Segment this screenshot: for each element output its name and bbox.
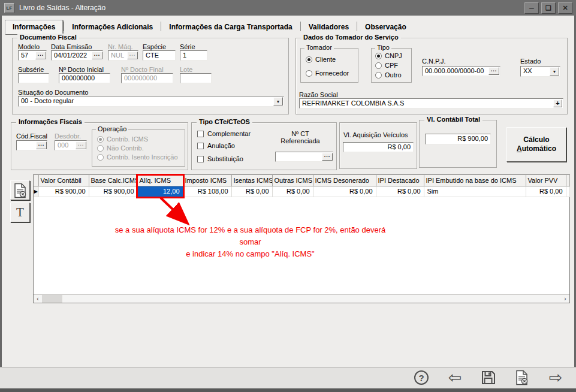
bottom-toolbar: ? ⇦ (0, 367, 576, 388)
scroll-right-icon[interactable]: › (561, 295, 569, 303)
checkbox-icon (197, 143, 204, 149)
annotation-text: se a sua alíquota ICMS for 12% e a sua a… (105, 224, 396, 260)
col-aliq-icms[interactable]: Alíq. ICMS (137, 175, 183, 186)
checkbox-icon (197, 156, 204, 162)
group-title: Informações Fiscais (16, 118, 85, 125)
checkbox-label: Anulação (207, 142, 235, 149)
checkbox-icon (197, 131, 204, 137)
cell-imposto-icms[interactable]: R$ 108,00 (183, 186, 231, 197)
aquisicao-label: Vl. Aquisição Veículos (343, 131, 408, 138)
calc-button-line1: Cálculo (523, 135, 549, 144)
estado-value: XX (523, 67, 532, 74)
docto-final-field: 000000000 (121, 73, 173, 83)
cnpj-lookup-button[interactable]: ... (488, 67, 499, 75)
subgroup-operacao: Operação Contrib. ICMS Não Contrib. Cont… (92, 129, 185, 167)
row-marker-icon: ▶ (34, 186, 38, 197)
radio-icon (375, 62, 382, 69)
cell-ipi-embutido[interactable]: Sim (424, 186, 526, 197)
subserie-field[interactable] (18, 73, 49, 83)
col-valor-pvv[interactable]: Valor PVV (526, 175, 566, 186)
radio-icon (375, 72, 382, 79)
radio-cpf[interactable]: CPF (375, 62, 398, 69)
tab-observacao[interactable]: Observação (358, 20, 414, 34)
nct-lookup-button[interactable]: ... (322, 153, 333, 161)
tab-divider (357, 22, 357, 31)
docto-inicial-field[interactable]: 000000000 (59, 73, 110, 83)
modelo-lookup-button[interactable]: ... (35, 52, 46, 59)
cell-isentas-icms[interactable]: R$ 0,00 (231, 186, 272, 197)
radio-cnpj[interactable]: CNPJ (375, 52, 402, 59)
col-ipi-destacado[interactable]: IPI Destacado (376, 175, 424, 186)
previous-record-button[interactable]: ⇦ (447, 369, 463, 386)
aquisicao-field[interactable]: R$ 0,00 (343, 142, 414, 152)
tab-informacoes-carga[interactable]: Informações da Carga Transportada (162, 20, 299, 34)
cod-fiscal-lookup-button[interactable]: ... (36, 141, 47, 149)
col-imposto-icms[interactable]: Imposto ICMS (183, 175, 231, 186)
checkbox-substituicao[interactable]: Substituição (197, 155, 243, 162)
radio-label: Contrib. ICMS (107, 135, 148, 143)
tab-validadores[interactable]: Validadores (301, 20, 356, 34)
checkbox-complementar[interactable]: Complementar (197, 130, 251, 137)
save-button[interactable] (480, 369, 497, 386)
app-icon: LF (4, 3, 14, 13)
chevron-down-icon[interactable]: ▼ (550, 67, 559, 76)
horizontal-scrollbar[interactable]: ‹ › (34, 294, 569, 303)
cell-aliq-icms[interactable]: 12,00 (137, 186, 183, 197)
especie-label: Espécie (143, 43, 166, 50)
col-base-calc-icms[interactable]: Base Calc.ICMS (89, 175, 137, 186)
radio-icon (306, 56, 312, 63)
document-cancel-button[interactable] (10, 180, 30, 200)
table-row[interactable]: ▶ R$ 900,00 R$ 900,00 12,00 R$ 108,00 R$… (34, 186, 569, 197)
plus-icon[interactable]: + (553, 99, 562, 107)
help-button[interactable]: ? (413, 369, 430, 386)
razao-social-field[interactable]: REFRIMARKET COLOMBIA S.A.S + (299, 98, 563, 108)
close-button[interactable]: ✕ (558, 2, 572, 14)
cell-valor-contabil[interactable]: R$ 900,00 (38, 186, 89, 197)
cell-icms-desonerado[interactable]: R$ 0,00 (313, 186, 376, 197)
radio-label: CNPJ (385, 52, 402, 59)
serie-field[interactable]: 1 (180, 50, 207, 61)
radio-icon (375, 53, 382, 59)
lote-label: Lote (180, 66, 192, 73)
radio-label: Cliente (315, 56, 336, 63)
scroll-left-icon[interactable]: ‹ (34, 295, 42, 303)
radio-outro[interactable]: Outro (375, 71, 402, 79)
cell-ipi-destacado[interactable]: R$ 0,00 (376, 186, 424, 197)
calculo-automatico-button[interactable]: Cálculo Automático (506, 127, 566, 162)
cell-valor-pvv[interactable]: R$ 0,00 (526, 186, 566, 197)
radio-label: Fornecedor (315, 70, 349, 77)
grid-corner (34, 175, 38, 186)
radio-fornecedor[interactable]: Fornecedor (306, 70, 349, 77)
tab-divider (64, 22, 64, 31)
data-emissao-calendar-button[interactable]: ... (92, 52, 102, 59)
col-valor-contabil[interactable]: Valor Contábil (38, 175, 89, 186)
tab-informacoes[interactable]: Informações (5, 20, 63, 34)
subgroup-title: Tipo (375, 44, 391, 51)
cell-outras-icms[interactable]: R$ 0,00 (272, 186, 313, 197)
col-isentas-icms[interactable]: Isentas ICMS (231, 175, 272, 186)
next-record-button[interactable]: ⇨ (547, 369, 564, 386)
especie-field[interactable]: CTE (143, 50, 176, 61)
contabil-total-field[interactable]: R$ 900,00 (425, 134, 491, 144)
app-window: LF Livro de Saídas - Alteração ─ ❏ ✕ Inf… (0, 0, 576, 392)
tab-bar: Informações Informações Adicionais Infor… (5, 19, 414, 34)
minimize-button[interactable]: ─ (524, 2, 539, 14)
situacao-select[interactable]: 00 - Docto regular ▼ (18, 96, 284, 107)
nr-maq-lookup-button: ... (127, 52, 138, 59)
radio-cliente[interactable]: Cliente (306, 56, 336, 63)
delete-record-button[interactable] (514, 369, 530, 386)
chevron-down-icon[interactable]: ▼ (273, 97, 283, 105)
text-annotation-button[interactable]: T (10, 203, 30, 222)
help-icon: ? (414, 370, 429, 385)
tab-informacoes-adicionais[interactable]: Informações Adicionais (65, 20, 160, 34)
col-icms-desonerado[interactable]: ICMS Desonerado (313, 175, 376, 186)
scrollbar-thumb[interactable] (42, 295, 62, 303)
estado-select[interactable]: XX ▼ (520, 66, 560, 77)
cell-base-calc-icms[interactable]: R$ 900,00 (89, 186, 137, 197)
checkbox-anulacao[interactable]: Anulação (197, 142, 235, 149)
col-ipi-embutido[interactable]: IPI Embutido na base do ICMS (424, 175, 526, 186)
maximize-button[interactable]: ❏ (541, 2, 556, 14)
col-outras-icms[interactable]: Outras ICMS (272, 175, 313, 186)
subgroup-title: Tomador (304, 44, 334, 51)
data-emissao-label: Data Emissão (51, 43, 92, 50)
